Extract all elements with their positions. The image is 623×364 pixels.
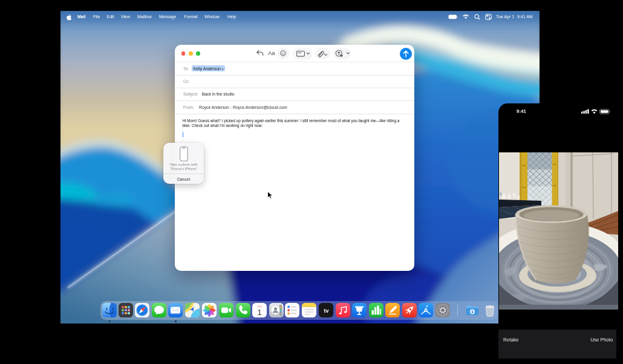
svg-text:Use Photo: Use Photo — [590, 337, 613, 342]
svg-text:9:41: 9:41 — [517, 108, 526, 114]
svg-text:Retake: Retake — [503, 337, 519, 343]
